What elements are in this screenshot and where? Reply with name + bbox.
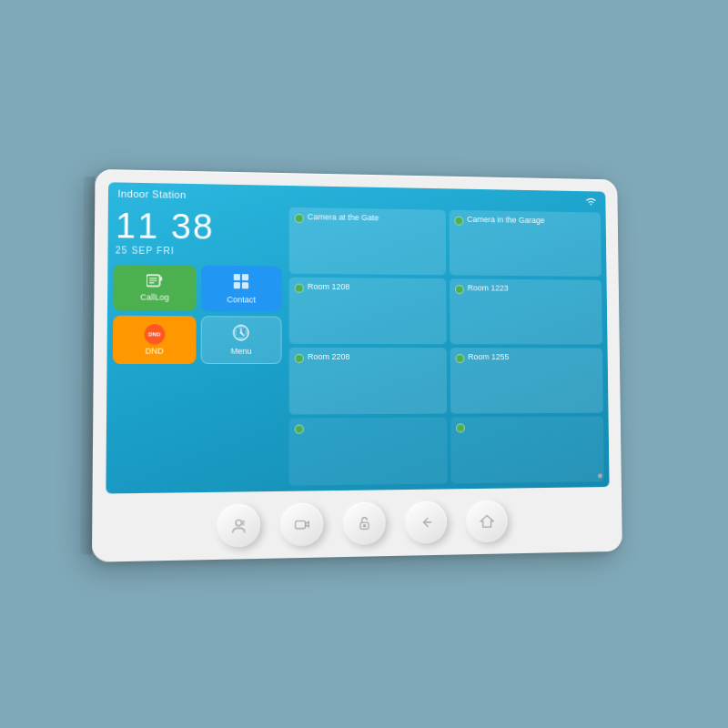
svg-point-17 xyxy=(363,525,365,527)
camera-cell-1255[interactable]: Room 1255 xyxy=(450,348,603,413)
camera-1208-label: Room 1208 xyxy=(308,282,350,293)
menu-icon xyxy=(233,324,249,344)
calllog-button[interactable]: CallLog xyxy=(113,265,196,311)
wifi-icon xyxy=(585,197,597,207)
camera-indicator xyxy=(295,354,304,363)
camera-cell-garage[interactable]: Camera in the Garage xyxy=(450,210,602,277)
svg-rect-8 xyxy=(242,282,248,288)
camera-cell-1223[interactable]: Room 1223 xyxy=(450,278,602,344)
camera-cell-1208[interactable]: Room 1208 xyxy=(289,278,447,345)
screen-title: Indoor Station xyxy=(117,188,186,200)
svg-point-10 xyxy=(240,331,243,334)
camera-2208-label: Room 2208 xyxy=(308,352,350,363)
camera-indicator xyxy=(295,214,304,223)
camera-cell-2208[interactable]: Room 2208 xyxy=(289,348,448,415)
clock-date: 25 SEP FRI xyxy=(116,245,280,257)
hardware-button-bar xyxy=(106,487,611,561)
dnd-label: DND xyxy=(145,347,163,356)
action-buttons: CallLog Contact xyxy=(113,265,282,364)
camera-indicator xyxy=(454,217,463,226)
calllog-icon xyxy=(147,274,164,290)
camera-indicator xyxy=(456,423,465,432)
device-screen: Indoor Station 11 38 25 SEP FRI xyxy=(106,182,609,493)
camera-1223-label: Room 1223 xyxy=(468,283,509,294)
left-panel: 11 38 25 SEP FRI xyxy=(112,205,282,488)
camera-indicator xyxy=(295,284,304,293)
camera-indicator xyxy=(455,285,464,294)
screen-body: 11 38 25 SEP FRI xyxy=(106,201,609,494)
contact-icon xyxy=(233,273,249,293)
svg-point-11 xyxy=(236,520,242,526)
camera-indicator xyxy=(456,354,465,363)
svg-rect-6 xyxy=(242,274,248,280)
contact-label: Contact xyxy=(227,295,256,304)
camera-garage-label: Camera in the Garage xyxy=(467,215,545,227)
camera-1255-label: Room 1255 xyxy=(468,352,509,363)
clock-area: 11 38 25 SEP FRI xyxy=(114,205,282,261)
home-button[interactable] xyxy=(466,500,507,542)
back-button[interactable] xyxy=(405,500,447,543)
contact-button[interactable]: Contact xyxy=(200,266,281,312)
status-dot xyxy=(598,473,602,478)
camera-cell-empty-2[interactable] xyxy=(450,417,604,484)
svg-rect-7 xyxy=(234,282,240,288)
camera-indicator xyxy=(295,425,304,434)
calllog-label: CallLog xyxy=(140,292,169,301)
camera-hw-button[interactable] xyxy=(280,502,323,546)
clock-time: 11 38 xyxy=(116,208,280,246)
intercom-button[interactable] xyxy=(217,503,259,547)
svg-rect-5 xyxy=(234,274,240,280)
menu-button[interactable]: Menu xyxy=(200,316,281,364)
dnd-button[interactable]: DND DND xyxy=(113,316,196,364)
camera-gate-label: Camera at the Gate xyxy=(308,212,379,224)
indoor-station-device: Indoor Station 11 38 25 SEP FRI xyxy=(92,169,622,562)
camera-grid: Camera at the Gate Camera in the Garage … xyxy=(289,207,604,486)
dnd-icon: DND xyxy=(144,324,165,344)
menu-label: Menu xyxy=(231,347,252,356)
camera-cell-empty-1[interactable] xyxy=(289,418,448,486)
svg-rect-15 xyxy=(296,521,306,529)
camera-cell-gate[interactable]: Camera at the Gate xyxy=(289,207,447,275)
unlock-button[interactable] xyxy=(343,501,385,544)
